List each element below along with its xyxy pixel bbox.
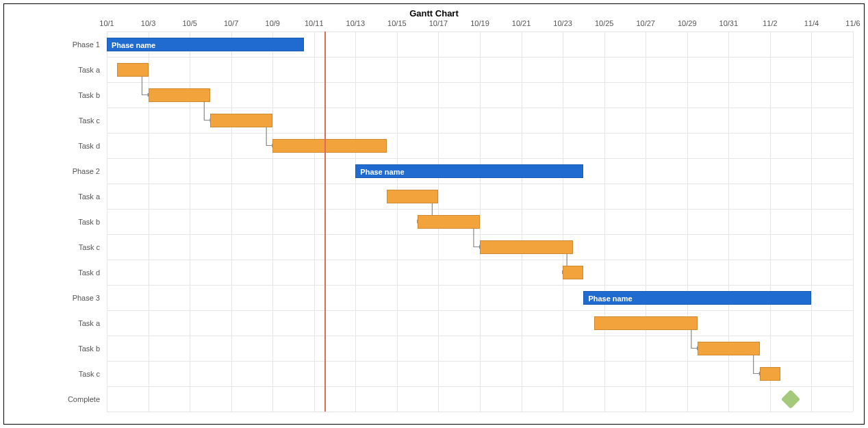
task-bar xyxy=(563,266,583,279)
date-tick-label: 10/5 xyxy=(182,19,196,27)
task-bar xyxy=(698,342,760,355)
grid-hline xyxy=(107,108,853,108)
row-label: Task c xyxy=(79,370,100,378)
row-label: Phase 3 xyxy=(73,294,100,302)
task-bar xyxy=(117,63,148,77)
today-line xyxy=(324,32,326,412)
grid-vline xyxy=(811,32,812,412)
grid-vline xyxy=(480,32,481,412)
grid-hline xyxy=(107,32,853,32)
grid-hline xyxy=(107,361,853,362)
grid-vline xyxy=(522,32,522,412)
date-tick-label: 10/25 xyxy=(595,19,614,27)
grid-hline xyxy=(107,234,853,235)
x-axis-labels: 10/110/310/510/710/910/1110/1310/1510/17… xyxy=(107,19,853,30)
date-tick-label: 11/6 xyxy=(845,19,860,27)
grid-hline xyxy=(107,260,853,260)
chart-title: Gantt Chart xyxy=(4,8,864,18)
date-tick-label: 10/15 xyxy=(387,19,407,27)
date-tick-label: 10/29 xyxy=(678,19,697,27)
grid-hline xyxy=(107,336,853,336)
milestone-diamond xyxy=(781,389,800,408)
row-label: Task a xyxy=(78,192,100,201)
date-tick-label: 11/4 xyxy=(804,19,819,27)
bar-label: Phase name xyxy=(356,165,583,179)
grid-hline xyxy=(107,57,853,58)
task-bar xyxy=(480,240,573,254)
date-tick-label: 10/27 xyxy=(636,19,655,27)
row-label: Phase 2 xyxy=(73,167,100,175)
task-bar xyxy=(760,367,780,381)
grid-vline xyxy=(770,32,771,412)
task-bar xyxy=(149,88,211,102)
grid-vline xyxy=(646,32,646,412)
grid-hline xyxy=(107,82,853,83)
row-label: Task d xyxy=(78,142,100,150)
date-tick-label: 10/21 xyxy=(512,19,531,27)
row-label: Task b xyxy=(78,218,100,226)
grid-hline xyxy=(107,158,853,159)
bar-label: Phase name xyxy=(584,292,810,305)
grid-vline xyxy=(563,32,563,412)
date-tick-label: 11/2 xyxy=(763,19,777,27)
row-label: Task b xyxy=(78,344,100,353)
plot-area: Phase namePhase namePhase name xyxy=(107,32,853,412)
grid-vline xyxy=(397,32,398,412)
bar-label: Phase name xyxy=(107,38,303,52)
grid-vline xyxy=(231,32,232,412)
row-label: Task a xyxy=(78,319,100,327)
grid-hline xyxy=(107,386,853,387)
gantt-chart: Gantt Chart 10/110/310/510/710/910/1110/… xyxy=(3,3,865,425)
grid-vline xyxy=(687,32,688,412)
grid-hline xyxy=(107,412,853,412)
task-bar xyxy=(594,316,698,330)
date-tick-label: 10/7 xyxy=(224,19,238,27)
grid-vline xyxy=(853,32,854,412)
phase-bar: Phase name xyxy=(107,38,304,51)
date-tick-label: 10/3 xyxy=(141,19,155,27)
row-label: Task d xyxy=(78,268,100,277)
row-label: Phase 1 xyxy=(73,40,100,49)
grid-hline xyxy=(107,310,853,311)
date-tick-label: 10/31 xyxy=(719,19,739,27)
date-tick-label: 10/17 xyxy=(429,19,448,27)
grid-hline xyxy=(107,209,853,210)
grid-hline xyxy=(107,133,853,134)
grid-hline xyxy=(107,285,853,286)
grid-vline xyxy=(355,32,356,412)
row-label: Complete xyxy=(68,395,100,403)
row-label: Task c xyxy=(79,116,100,125)
date-tick-label: 10/1 xyxy=(99,19,114,27)
phase-bar: Phase name xyxy=(583,291,811,305)
date-tick-label: 10/11 xyxy=(305,19,324,27)
date-tick-label: 10/9 xyxy=(266,19,280,27)
grid-hline xyxy=(107,184,853,184)
grid-vline xyxy=(314,32,315,412)
phase-bar: Phase name xyxy=(355,164,583,178)
task-bar xyxy=(272,139,387,153)
task-bar xyxy=(210,114,272,127)
task-bar xyxy=(418,215,480,229)
grid-vline xyxy=(272,32,273,412)
grid-vline xyxy=(107,32,107,412)
row-label: Task b xyxy=(78,91,100,99)
task-bar xyxy=(387,190,439,203)
date-tick-label: 10/19 xyxy=(470,19,489,27)
row-label: Task c xyxy=(79,243,100,251)
grid-vline xyxy=(604,32,605,412)
row-label: Task a xyxy=(78,66,100,74)
date-tick-label: 10/23 xyxy=(553,19,572,27)
date-tick-label: 10/13 xyxy=(346,19,366,27)
